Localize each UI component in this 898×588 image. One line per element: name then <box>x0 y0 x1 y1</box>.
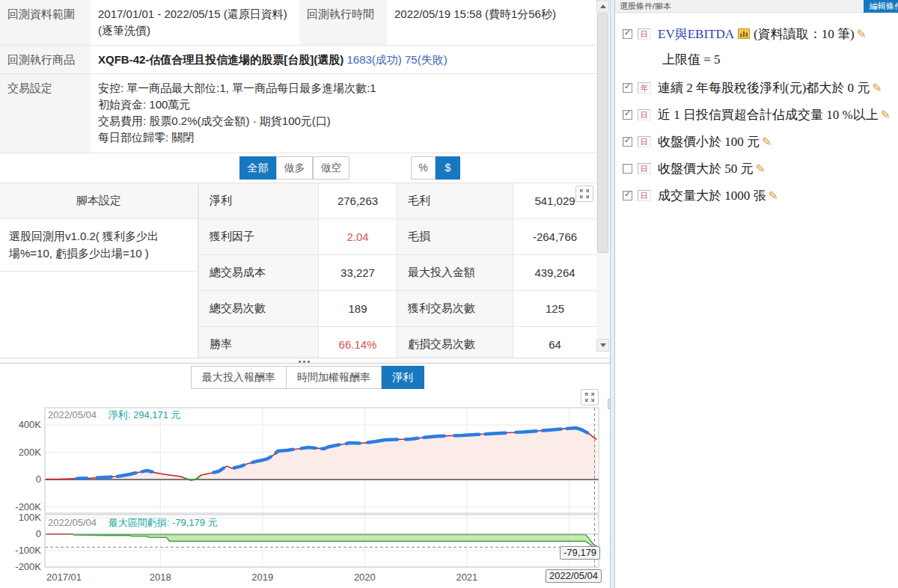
filter-toolbar: 全部 做多 做空 % $ <box>0 151 596 183</box>
condition-row: ✓ 日 收盤價小於 100 元 ✎ <box>623 128 898 155</box>
range-label: 回測資料範圍 <box>0 0 91 45</box>
condition-checkbox[interactable]: ✓ <box>623 29 632 39</box>
info-row-range: 回測資料範圍 2017/01/01 - 2022/05/15 (還原日資料) (… <box>0 0 596 46</box>
settings-line: 初始資金: 100萬元 <box>98 97 589 113</box>
fail-count-link[interactable]: 75(失敗) <box>405 53 448 66</box>
edit-pencil-icon[interactable]: ✎ <box>857 27 867 41</box>
crosshair-date-tag: 2022/05/04 <box>546 569 602 583</box>
position-tab-all[interactable]: 全部 <box>239 156 276 180</box>
exec-time-label: 回測執行時間 <box>299 0 387 45</box>
stat-label: 最大投入金額 <box>397 255 513 291</box>
profit-annotation: 2022/05/04 淨利: 294,171 元 <box>48 408 181 422</box>
condition-checkbox[interactable]: ✓ <box>623 137 632 147</box>
scroll-up-arrow[interactable] <box>596 0 609 13</box>
position-tab-long[interactable]: 做多 <box>276 156 313 180</box>
stat-value: 2.04 <box>318 219 397 255</box>
chart-icon[interactable] <box>738 28 750 39</box>
profit-annotation-label: 淨利: <box>109 409 131 420</box>
condition-checkbox[interactable]: ✓ <box>623 83 632 93</box>
frequency-badge: 日 <box>638 109 651 120</box>
drawdown-annotation-label: 最大區間虧損: <box>109 517 170 528</box>
settings-line: 交易費用: 股票0.2%(成交金額) · 期貨100元(口) <box>98 113 589 129</box>
frequency-badge: 日 <box>638 136 651 147</box>
stat-label: 獲利因子 <box>198 219 318 255</box>
drawdown-value-tag: -79,179 <box>560 546 600 560</box>
svg-text:-100K: -100K <box>15 545 41 556</box>
stat-label: 毛損 <box>397 219 513 255</box>
edit-pencil-icon[interactable]: ✎ <box>762 135 772 149</box>
product-name: XQFB-42-估值合理且投信進場的股票[台股](選股) <box>98 53 347 66</box>
svg-text:200K: 200K <box>19 447 42 458</box>
edit-pencil-icon[interactable]: ✎ <box>756 162 766 176</box>
stat-value: 276,263 <box>318 183 397 219</box>
stat-label: 勝率 <box>198 327 318 358</box>
script-settings-header: 腳本設定 <box>0 183 198 219</box>
stat-label: 毛利 <box>397 183 513 219</box>
edit-pencil-icon[interactable]: ✎ <box>872 81 882 95</box>
stat-label: 總交易成本 <box>198 255 318 291</box>
svg-text:2019: 2019 <box>251 572 273 583</box>
condition-checkbox[interactable]: ✓ <box>623 191 632 200</box>
check-icon: ✓ <box>624 108 631 118</box>
svg-text:2020: 2020 <box>354 572 376 583</box>
frequency-badge: 日 <box>638 28 651 40</box>
check-icon: ✓ <box>624 82 631 91</box>
check-icon: ✓ <box>624 135 631 145</box>
unit-tab-percent[interactable]: % <box>411 156 436 180</box>
scrollbar-thumb[interactable] <box>597 13 608 253</box>
expand-stats-icon[interactable] <box>575 186 593 202</box>
panel-divider-vertical[interactable] <box>610 0 615 588</box>
range-value: 2017/01/01 - 2022/05/15 (還原日資料) (逐筆洗價) <box>91 0 299 45</box>
condition-suffix: (資料讀取：10 筆) <box>754 25 855 43</box>
condition-checkbox[interactable]: ✓ <box>623 110 632 120</box>
product-label: 回測執行商品 <box>0 46 91 74</box>
svg-text:-200K: -200K <box>15 561 41 572</box>
stat-value: 66.14% <box>318 327 397 358</box>
condition-text: 近 1 日投信買超合計佔成交量 10 %以上 <box>658 106 879 123</box>
svg-text:2021: 2021 <box>456 572 477 583</box>
equity-chart-section: 最大投入報酬率 時間加權報酬率 淨利 400K200K0-200K100K0-1… <box>0 364 610 588</box>
scroll-down-arrow[interactable] <box>596 339 609 352</box>
svg-text:2017/01: 2017/01 <box>46 572 82 583</box>
settings-label: 交易設定 <box>0 74 91 153</box>
bar-chart-icon <box>738 28 750 39</box>
condition-list: ✓ 日 EV與EBITDA (資料讀取：10 筆) ✎ 上限值 = 5 ✓ 年 … <box>615 13 898 209</box>
condition-link[interactable]: EV與EBITDA <box>658 25 734 43</box>
fullscreen-icon <box>579 189 590 199</box>
condition-checkbox[interactable]: ✓ <box>623 164 632 174</box>
info-row-product: 回測執行商品 XQFB-42-估值合理且投信進場的股票[台股](選股) 1683… <box>0 46 596 75</box>
stat-value: -264,766 <box>513 219 596 255</box>
settings-line: 安控: 單一商品最大部位:1, 單一商品每日最多進場次數:1 <box>98 80 589 97</box>
top-scrollbar[interactable] <box>596 0 609 352</box>
condition-parameter: 上限值 = 5 <box>623 47 898 74</box>
condition-row: ✓ 日 收盤價大於 50 元 ✎ <box>623 155 898 182</box>
stat-value: 125 <box>513 291 596 327</box>
condition-text: 連續 2 年每股稅後淨利(元)都大於 0 元 <box>658 79 870 97</box>
condition-row: ✓ 日 EV與EBITDA (資料讀取：10 筆) ✎ <box>623 20 898 47</box>
filter-panel-header: 選股條件/腳本 編輯條件 <box>615 0 898 13</box>
backtest-panel: 回測資料範圍 2017/01/01 - 2022/05/15 (還原日資料) (… <box>0 0 610 588</box>
backtest-info-table: 回測資料範圍 2017/01/01 - 2022/05/15 (還原日資料) (… <box>0 0 596 153</box>
condition-row: ✓ 日 近 1 日投信買超合計佔成交量 10 %以上 ✎ <box>623 101 898 128</box>
svg-text:2018: 2018 <box>150 572 171 583</box>
success-count-link[interactable]: 1683(成功) <box>347 53 402 66</box>
unit-tab-dollar[interactable]: $ <box>436 156 460 180</box>
profit-drawdown-chart[interactable]: 400K200K0-200K100K0-100K-200K2017/012018… <box>0 364 614 588</box>
stat-value: 33,227 <box>318 255 397 291</box>
edit-conditions-button[interactable]: 編輯條件 <box>864 0 898 13</box>
position-tab-short[interactable]: 做空 <box>313 156 349 180</box>
svg-text:100K: 100K <box>19 512 42 523</box>
settings-value: 安控: 單一商品最大部位:1, 單一商品每日最多進場次數:1 初始資金: 100… <box>91 74 596 153</box>
stat-value: 64 <box>513 327 596 358</box>
edit-pencil-icon[interactable]: ✎ <box>769 189 778 203</box>
check-icon: ✓ <box>624 189 631 199</box>
stat-label: 總交易次數 <box>198 291 318 327</box>
condition-row: ✓ 日 成交量大於 1000 張 ✎ <box>623 182 898 209</box>
panel-splitter[interactable]: ••• <box>0 358 610 364</box>
filter-conditions-panel: 選股條件/腳本 編輯條件 ✓ 日 EV與EBITDA (資料讀取：10 筆) ✎… <box>615 0 898 588</box>
stat-value: 189 <box>318 291 397 327</box>
exec-time-value: 2022/05/19 15:58 (費時1分56秒) <box>387 0 596 45</box>
edit-pencil-icon[interactable]: ✎ <box>881 108 891 122</box>
svg-text:400K: 400K <box>19 419 42 430</box>
crosshair-date: 2022/05/04 <box>48 409 97 420</box>
